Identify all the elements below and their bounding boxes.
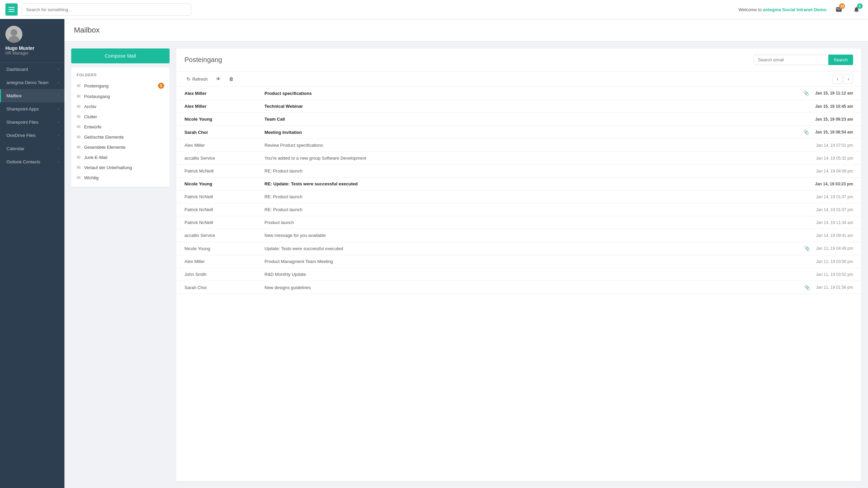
email-sender: Alex Miller — [184, 91, 259, 96]
email-subject: R&D Monthly Update — [264, 272, 798, 277]
folder-label: Verlauf der Unterhaltung — [84, 165, 132, 170]
folder-label: Posteingang — [84, 83, 108, 88]
email-date: Jan 14, 19 01:07 pm — [816, 195, 853, 199]
email-sender: accallio Service — [184, 156, 259, 161]
email-row[interactable]: Nicole Young Team Call Jan 15, 19 09:23 … — [176, 113, 861, 126]
email-row[interactable]: accallio Service You're added to a new g… — [176, 152, 861, 165]
email-row[interactable]: Sarah Choi Meeting Invitation 📎 Jan 15, … — [176, 126, 861, 139]
sidebar-item-mailbox[interactable]: Mailbox › — [0, 89, 64, 102]
folder-item-wichtig[interactable]: ✉ Wichtig — [71, 172, 170, 183]
sidebar-item-onedrive-files[interactable]: OneDrive Files › — [0, 129, 64, 142]
folder-item-left: ✉ Entwürfe — [77, 124, 101, 129]
sidebar-item-outlook-contacts[interactable]: Outlook Contacts › — [0, 155, 64, 168]
email-sender: Patrick NcNeill — [184, 207, 259, 212]
email-row[interactable]: Nicole Young Update: Tests were successf… — [176, 242, 861, 255]
folder-icon: ✉ — [77, 104, 81, 109]
main-content: Mailbox Compose Mail FOLDERS ✉ Posteinga… — [64, 19, 868, 488]
email-sender: Alex Miller — [184, 104, 259, 109]
email-search-button[interactable]: Search — [828, 55, 853, 65]
email-sender: Sarah Choi — [184, 285, 259, 290]
sidebar-item-antegma-demo-team[interactable]: antegma Demo Team › — [0, 76, 64, 89]
folder-item-geloschte[interactable]: ✉ Gelöschte Elemente — [71, 132, 170, 142]
compose-mail-button[interactable]: Compose Mail — [71, 48, 170, 63]
email-subject: Team Call — [264, 117, 797, 122]
sidebar-item-calendar[interactable]: Calendar › — [0, 142, 64, 155]
folder-item-gesendete[interactable]: ✉ Gesendete Elemente — [71, 142, 170, 152]
sidebar-item-label: OneDrive Files — [6, 133, 36, 138]
email-row[interactable]: Patrick NcNeill RE: Product launch Jan 1… — [176, 190, 861, 203]
folder-item-left: ✉ Junk-E-Mail — [77, 155, 107, 160]
delete-button[interactable]: 🗑 — [227, 75, 236, 83]
folder-item-archiv[interactable]: ✉ Archiv — [71, 101, 170, 111]
global-search-input[interactable] — [22, 3, 191, 16]
email-subject: RE: Product launch — [264, 207, 798, 212]
email-sender: Alex Miller — [184, 143, 259, 148]
mail-icon-button[interactable]: 18 — [833, 3, 845, 16]
email-sender: Sarah Choi — [184, 130, 259, 135]
email-search-input[interactable] — [754, 55, 828, 65]
email-date: Jan 11, 19 04:49 pm — [816, 246, 853, 251]
email-date: Jan 14, 19 07:01 pm — [816, 143, 853, 148]
sidebar-item-label: Dashboard — [6, 67, 28, 72]
hamburger-button[interactable] — [5, 3, 18, 16]
email-row[interactable]: Nicole Young RE: Update: Tests were succ… — [176, 178, 861, 190]
folder-item-entwurfe[interactable]: ✉ Entwürfe — [71, 122, 170, 132]
sidebar-item-label-group: Dashboard — [6, 67, 28, 72]
email-row[interactable]: Patrick McNeill RE: Product launch Jan 1… — [176, 165, 861, 178]
email-toolbar: ↻ Refresh 👁 🗑 ‹ › — [176, 72, 861, 87]
toolbar-left: ↻ Refresh 👁 🗑 — [184, 75, 236, 83]
folder-item-posteingang[interactable]: ✉ Posteingang 5 — [71, 80, 170, 91]
sidebar-user: Hugo Muster HR Manager — [0, 19, 64, 63]
email-row[interactable]: Alex Miller Product specifications 📎 Jan… — [176, 87, 861, 100]
folder-icon: ✉ — [77, 144, 81, 150]
chevron-icon: › — [58, 107, 59, 111]
sidebar-item-label-group: Calendar — [6, 146, 24, 151]
sidebar-item-sharepoint-apps[interactable]: Sharepoint Apps › — [0, 102, 64, 116]
email-row[interactable]: Alex Miller Review Product specification… — [176, 139, 861, 152]
inbox-title: Posteingang — [184, 56, 222, 64]
folder-icon: ✉ — [77, 94, 81, 99]
sidebar-item-dashboard[interactable]: Dashboard › — [0, 63, 64, 76]
folder-label: Clutter — [84, 114, 97, 119]
email-row[interactable]: Patrick NcNeill Product launch Jan 14, 1… — [176, 216, 861, 229]
email-list: Alex Miller Product specifications 📎 Jan… — [176, 87, 861, 481]
email-row[interactable]: John Smith R&D Monthly Update Jan 11, 19… — [176, 268, 861, 281]
email-row[interactable]: Sarah Choi New designs guidelines 📎 Jan … — [176, 281, 861, 294]
avatar-image — [5, 26, 22, 43]
chevron-icon: › — [58, 94, 59, 98]
sidebar-username: Hugo Muster — [5, 45, 35, 51]
email-subject: Update: Tests were successful executed — [264, 246, 798, 251]
folder-item-left: ✉ Clutter — [77, 114, 97, 119]
view-button[interactable]: 👁 — [214, 75, 223, 83]
next-page-button[interactable]: › — [844, 74, 853, 84]
email-panel-header: Posteingang Search — [176, 48, 861, 72]
prev-page-button[interactable]: ‹ — [833, 74, 842, 84]
sidebar-item-sharepoint-files[interactable]: Sharepoint Files › — [0, 116, 64, 129]
email-row[interactable]: accallio Service New message for you ava… — [176, 229, 861, 242]
sidebar-item-label: Mailbox — [6, 93, 22, 98]
sidebar-item-label: Sharepoint Apps — [6, 106, 39, 111]
sidebar-item-label: antegma Demo Team — [6, 80, 48, 85]
email-sender: Nicole Young — [184, 246, 259, 251]
folder-item-verlauf[interactable]: ✉ Verlauf der Unterhaltung — [71, 162, 170, 172]
notification-icon-button[interactable]: 6 — [850, 3, 863, 16]
email-date: Jan 15, 19 09:23 am — [815, 117, 853, 122]
folder-item-clutter[interactable]: ✉ Clutter — [71, 111, 170, 122]
sidebar-nav: Dashboard › antegma Demo Team › Mailbox … — [0, 63, 64, 488]
folder-item-left: ✉ Gelöschte Elemente — [77, 134, 124, 140]
folder-icon: ✉ — [77, 165, 81, 170]
email-row[interactable]: Patrick NcNeill RE: Product launch Jan 1… — [176, 203, 861, 216]
email-row[interactable]: Alex Miller Product Managment Team Meeti… — [176, 255, 861, 268]
email-subject: New message for you available — [264, 233, 798, 238]
folder-item-postausgang[interactable]: ✉ Postausgang — [71, 91, 170, 101]
folder-item-left: ✉ Verlauf der Unterhaltung — [77, 165, 132, 170]
content-area: Compose Mail FOLDERS ✉ Posteingang 5 ✉ P… — [64, 42, 868, 488]
email-subject: Product launch — [264, 220, 798, 225]
folder-icon: ✉ — [77, 175, 81, 180]
left-panel: Compose Mail FOLDERS ✉ Posteingang 5 ✉ P… — [71, 48, 170, 481]
folder-item-left: ✉ Postausgang — [77, 94, 110, 99]
folder-item-junk[interactable]: ✉ Junk-E-Mail — [71, 152, 170, 162]
email-row[interactable]: Alex Miller Technical Webinar Jan 15, 19… — [176, 100, 861, 113]
refresh-button[interactable]: ↻ Refresh — [184, 75, 210, 83]
notif-badge: 6 — [857, 3, 863, 9]
